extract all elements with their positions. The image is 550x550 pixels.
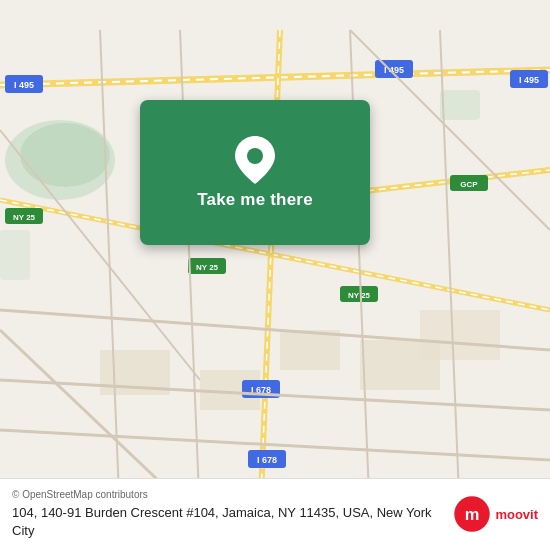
- take-me-there-button[interactable]: Take me there: [140, 100, 370, 245]
- copyright-text: © OpenStreetMap contributors: [12, 489, 441, 500]
- svg-text:I 495: I 495: [14, 80, 34, 90]
- location-pin-icon: [233, 136, 277, 180]
- svg-text:GCP: GCP: [460, 180, 478, 189]
- bottom-bar: © OpenStreetMap contributors 104, 140-91…: [0, 478, 550, 550]
- action-label: Take me there: [197, 190, 313, 210]
- map-container: I 495 I 495 I 495 GCP GCP GCP NY 25 NY 2…: [0, 0, 550, 550]
- moovit-text: moovit: [495, 507, 538, 522]
- map-roads: I 495 I 495 I 495 GCP GCP GCP NY 25 NY 2…: [0, 0, 550, 550]
- svg-text:NY 25: NY 25: [196, 263, 219, 272]
- svg-rect-4: [0, 230, 30, 280]
- svg-point-50: [247, 148, 263, 164]
- svg-rect-9: [420, 310, 500, 360]
- svg-text:I 678: I 678: [257, 455, 277, 465]
- moovit-icon: m: [453, 495, 491, 533]
- svg-text:m: m: [465, 506, 480, 524]
- address-text: 104, 140-91 Burden Crescent #104, Jamaic…: [12, 504, 441, 540]
- svg-text:NY 25: NY 25: [13, 213, 36, 222]
- svg-rect-5: [280, 330, 340, 370]
- svg-text:NY 25: NY 25: [348, 291, 371, 300]
- svg-point-2: [20, 123, 110, 187]
- svg-rect-3: [440, 90, 480, 120]
- address-section: © OpenStreetMap contributors 104, 140-91…: [12, 489, 441, 540]
- moovit-logo: m moovit: [453, 495, 538, 533]
- svg-text:I 495: I 495: [519, 75, 539, 85]
